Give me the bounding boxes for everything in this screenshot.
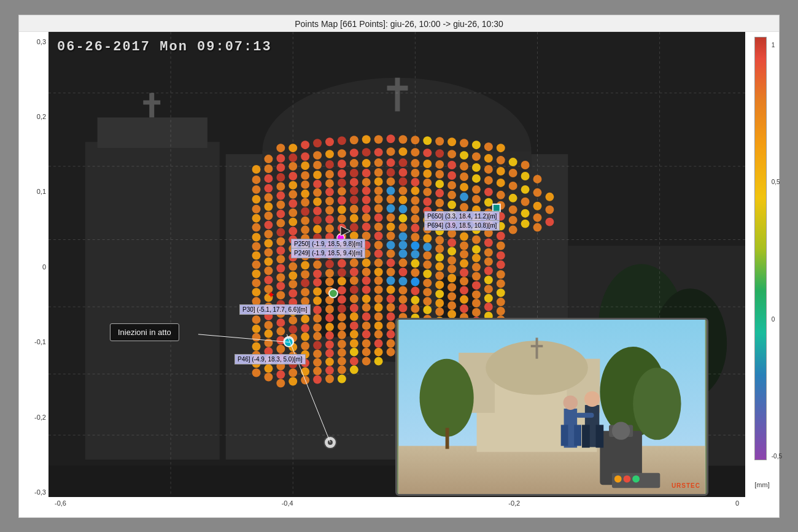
colorbar-container: 1 0,5 0 -0,5 [mm] [745, 32, 779, 515]
svg-point-73 [301, 161, 309, 170]
svg-point-135 [460, 182, 468, 191]
svg-point-171 [289, 199, 297, 207]
svg-point-544 [325, 366, 334, 374]
svg-point-48 [276, 154, 285, 163]
svg-point-225 [387, 213, 395, 222]
svg-point-447 [289, 315, 297, 324]
svg-point-524 [374, 347, 383, 356]
x-label-06: -0,6 [55, 499, 66, 507]
svg-point-363 [276, 282, 285, 290]
svg-point-34 [350, 136, 358, 144]
svg-point-91 [521, 171, 530, 180]
inset-photo-inner: URSTEC [397, 320, 707, 494]
svg-point-534 [325, 357, 334, 366]
svg-point-149 [325, 187, 334, 196]
svg-point-421 [472, 308, 481, 317]
svg-point-396 [423, 288, 432, 296]
svg-point-294 [460, 250, 468, 258]
svg-point-214 [252, 223, 261, 231]
svg-point-217 [289, 217, 297, 226]
svg-point-525 [387, 347, 395, 356]
svg-point-581 [564, 395, 578, 410]
svg-point-134 [447, 180, 456, 189]
svg-point-468 [313, 323, 322, 331]
colorbar-labels: 1 0,5 0 -0,5 [772, 42, 782, 460]
svg-point-140 [521, 197, 530, 206]
annotation-p249: P249] (-1.9, 18.5, 9.4)[m] [291, 248, 365, 258]
svg-point-529 [264, 364, 273, 372]
svg-point-219 [313, 215, 322, 224]
svg-point-354 [423, 269, 432, 278]
svg-point-545 [338, 365, 346, 374]
callout-box: Iniezioni in atto [110, 323, 179, 341]
svg-point-502 [301, 341, 309, 350]
svg-point-543 [313, 366, 322, 375]
svg-point-431 [338, 304, 346, 313]
svg-point-202 [374, 204, 383, 212]
y-label-n03: -0,3 [34, 488, 46, 496]
svg-point-142 [545, 205, 554, 214]
svg-point-417 [423, 297, 432, 306]
svg-point-316 [472, 263, 481, 271]
svg-point-141 [533, 201, 542, 210]
svg-point-33 [338, 136, 346, 145]
annotation-p694: P694] (3.9, 18.5, 10.8)[m] [424, 220, 500, 231]
svg-point-347 [338, 268, 346, 277]
svg-point-339 [497, 279, 505, 288]
svg-point-155 [398, 186, 407, 195]
svg-point-220 [325, 215, 334, 223]
svg-point-319 [252, 269, 261, 278]
svg-point-450 [325, 313, 334, 322]
svg-point-320 [264, 266, 273, 275]
svg-point-70 [264, 164, 273, 173]
svg-point-341 [264, 276, 273, 284]
svg-point-471 [350, 321, 358, 330]
svg-point-332 [411, 259, 419, 268]
svg-point-465 [276, 326, 285, 335]
svg-point-491 [374, 330, 383, 338]
title-text: Points Map [661 Points]: giu-26, 10:00 -… [295, 19, 503, 29]
svg-point-63 [460, 151, 468, 160]
svg-point-200 [350, 204, 358, 213]
svg-point-199 [338, 205, 346, 214]
svg-point-348 [350, 268, 358, 276]
svg-point-97 [301, 171, 309, 179]
svg-point-173 [313, 197, 322, 206]
svg-point-440 [447, 309, 456, 318]
svg-point-295 [472, 253, 481, 262]
svg-point-293 [447, 247, 456, 255]
svg-point-489 [350, 330, 358, 338]
svg-point-201 [362, 204, 371, 213]
svg-point-328 [362, 258, 371, 267]
cb-label-05: 0,5 [772, 179, 782, 185]
svg-point-246 [387, 222, 395, 231]
y-label-0: 0 [42, 263, 46, 271]
svg-point-311 [411, 250, 419, 258]
svg-point-296 [484, 257, 493, 266]
svg-point-452 [350, 312, 358, 320]
svg-point-370 [362, 276, 371, 285]
svg-point-123 [313, 179, 322, 188]
svg-point-547 [276, 379, 285, 387]
svg-point-416 [411, 296, 419, 304]
svg-point-318 [497, 270, 505, 279]
cb-label-n05: -0,5 [772, 453, 782, 460]
svg-point-591 [624, 475, 631, 482]
svg-point-297 [497, 260, 505, 269]
svg-point-112 [484, 175, 493, 184]
svg-text:✦: ✦ [267, 290, 275, 300]
svg-point-98 [313, 171, 322, 179]
x-axis-labels: -0,6 -0,4 -0,2 0 [48, 499, 745, 507]
svg-point-315 [460, 259, 468, 268]
svg-point-146 [289, 190, 297, 198]
svg-point-59 [411, 148, 419, 156]
svg-point-258 [276, 237, 285, 245]
svg-point-245 [374, 222, 383, 231]
svg-point-300 [276, 255, 285, 263]
svg-point-269 [411, 233, 419, 241]
svg-point-375 [423, 279, 432, 287]
svg-point-252 [460, 232, 468, 241]
svg-point-500 [276, 344, 285, 353]
svg-point-327 [350, 258, 358, 267]
svg-point-64 [472, 152, 481, 161]
